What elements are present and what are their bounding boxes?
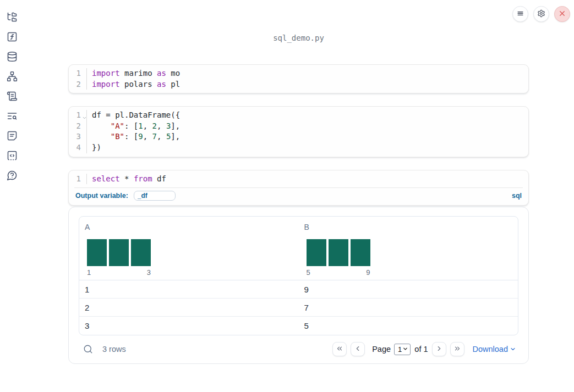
output-variable-input[interactable] [134,191,176,201]
histogram-bar [307,239,326,266]
sidebar-item-variables[interactable] [4,30,20,45]
sidebar-item-file-explorer[interactable] [4,10,20,25]
database-icon [7,51,18,64]
histogram-max-label: 3 [147,268,151,277]
search-icon [83,347,93,356]
histogram-bar [131,239,151,266]
line-number: 1 [76,111,81,119]
histogram-min-label: 1 [87,268,91,277]
network-icon [7,71,18,84]
page-total-label: of 1 [414,345,428,354]
sidebar [0,0,24,392]
help-bubble-icon [7,170,18,183]
cell-output-panel: A 1 3 B [68,207,529,364]
table-cell: 2 [79,303,299,312]
table-cell: 1 [79,285,299,294]
code-cell-imports[interactable]: 1 2 import marimo as mo import polars as… [68,64,529,93]
row-count: 3 rows [102,345,126,354]
histogram-bar [109,239,129,266]
histogram-bar [87,239,107,266]
folder-tree-icon [7,12,18,24]
code-snippet-icon [7,150,18,163]
code-line: "A": [1, 2, 3], [87,121,528,132]
settings-button[interactable] [533,6,549,22]
column-label[interactable]: A [84,223,90,231]
line-number-gutter: 1 2 [69,68,87,90]
code-editor[interactable]: 1 2 3 4 df = pl.DataFrame({ "A": [1, 2, … [69,107,528,156]
chevron-down-icon [510,345,516,354]
close-icon [558,9,566,19]
sidebar-item-snippets[interactable] [4,149,20,164]
output-variable-label: Output variable: [75,192,128,200]
search-button[interactable] [83,344,93,354]
table-cell: 3 [79,321,299,330]
line-number: 3 [76,132,81,141]
line-number-gutter: 1 [69,174,87,185]
column-histogram: 1 3 [84,239,299,277]
chevron-left-icon [354,345,362,354]
histogram-min-label: 5 [307,268,310,277]
sidebar-item-help[interactable] [4,169,20,184]
last-page-button[interactable] [450,342,464,356]
table-cell: 9 [299,285,518,294]
code-line: }) [87,142,528,153]
code-cell-dataframe[interactable]: 1 2 3 4 df = pl.DataFrame({ "A": [1, 2, … [68,106,529,157]
table-row: 1 9 [79,280,518,299]
sidebar-item-dependency-graph[interactable] [4,70,20,85]
table-row: 3 5 [79,317,518,335]
language-badge: sql [512,192,522,200]
function-square-icon [7,31,18,44]
code-line: import marimo as mo [87,68,528,79]
download-button[interactable]: Download [473,345,517,354]
scroll-text-icon [7,91,18,103]
column-header-b: B 5 9 [299,222,518,277]
line-number: 2 [76,122,81,130]
notebook: sql_demo.py 1 2 import marimo as mo impo… [68,0,529,364]
sidebar-item-datasources[interactable] [4,50,20,65]
next-page-button[interactable] [432,342,446,356]
histogram-bar [329,239,348,266]
code-line: df = pl.DataFrame({ [87,110,528,121]
code-editor[interactable]: 1 2 import marimo as mo import polars as… [69,65,528,93]
chevrons-left-icon [336,345,343,354]
page-number-select[interactable]: 1 [394,344,411,355]
notebook-filename: sql_demo.py [68,34,529,42]
shutdown-button[interactable] [554,6,570,22]
column-header-a: A 1 3 [79,222,299,277]
line-number-gutter: 1 2 3 4 [69,110,87,153]
previous-page-button[interactable] [351,342,365,356]
histogram-bar [351,239,370,266]
table-header: A 1 3 B [79,217,518,280]
gear-icon [537,9,545,19]
table-row: 2 7 [79,299,518,317]
dataframe-table: A 1 3 B [79,216,518,335]
line-number: 2 [76,80,81,89]
line-number: 1 [76,174,81,183]
chevron-right-icon [435,345,443,354]
sql-editor[interactable]: 1 select * from df [69,170,528,188]
sidebar-item-table-of-contents[interactable] [4,109,20,124]
sidebar-item-documentation[interactable] [4,129,20,144]
pagination: Page 1 of 1 Download [329,342,516,356]
text-search-icon [7,111,18,123]
sidebar-item-scratchpad[interactable] [4,90,20,104]
line-number: 1 [76,69,81,78]
line-number: 4 [76,143,81,152]
download-label: Download [473,345,509,354]
sql-cell[interactable]: 1 select * from df Output variable: sql [68,170,529,206]
chevrons-right-icon [453,345,461,354]
page-label: Page [372,345,391,354]
chevron-down-icon [402,345,408,354]
file-text-icon [7,130,18,143]
table-footer: 3 rows Page 1 of 1 [79,342,518,356]
code-line: "B": [9, 7, 5], [87,131,528,142]
code-line: import polars as pl [87,79,528,90]
first-page-button[interactable] [332,342,347,356]
column-histogram: 5 9 [303,239,518,277]
column-label[interactable]: B [303,223,309,231]
fold-chevron-icon[interactable] [82,113,87,118]
histogram-max-label: 9 [366,268,370,277]
table-cell: 5 [299,321,518,330]
table-cell: 7 [299,303,518,312]
code-line: select * from df [87,174,528,185]
